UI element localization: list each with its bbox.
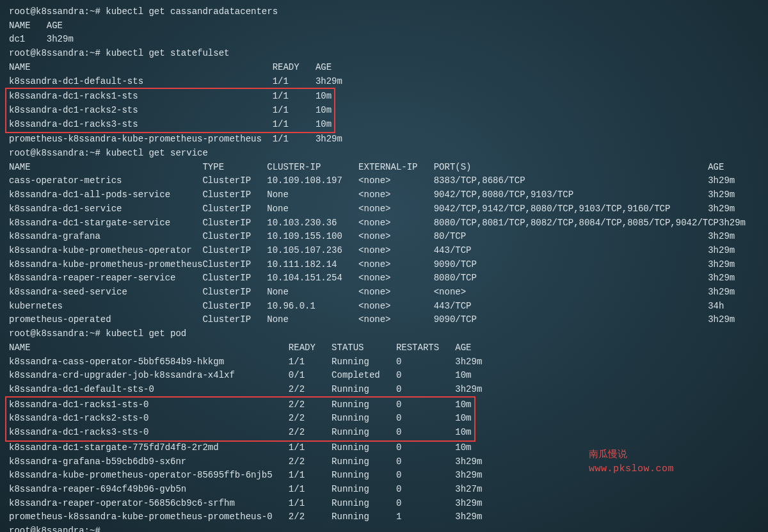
shell-command-statefulset: root@k8ssandra:~# kubectl get statefulse… (9, 47, 759, 61)
pod-row: k8ssandra-reaper-694cf49b96-gvb5n 1/1 Ru… (9, 483, 759, 497)
pod-row: k8ssandra-dc1-racks3-sts-0 2/2 Running 0… (9, 426, 472, 440)
watermark-url: www.pkslow.com (589, 462, 674, 476)
shell-prompt: root@k8ssandra:~# (9, 524, 759, 532)
pod-row: k8ssandra-dc1-default-sts-0 2/2 Running … (9, 383, 759, 397)
sts-row: prometheus-k8ssandra-kube-prometheus-pro… (9, 133, 759, 147)
pod-row: k8ssandra-dc1-stargate-775fd7d4f8-2r2md … (9, 441, 759, 455)
svc-row: k8ssandra-reaper-reaper-service ClusterI… (9, 271, 759, 286)
svc-row: k8ssandra-kube-prometheus-operator Clust… (9, 244, 759, 258)
svc-row: k8ssandra-grafana ClusterIP 10.109.155.1… (9, 230, 759, 244)
sts-header: NAME READY AGE (9, 61, 759, 75)
svc-row: k8ssandra-kube-prometheus-prometheusClus… (9, 258, 759, 272)
dc-header: NAME AGE (9, 19, 759, 33)
pod-row: k8ssandra-cass-operator-5bbf6584b9-hkkgm… (9, 355, 759, 369)
terminal[interactable]: root@k8ssandra:~# kubectl get cassandrad… (9, 5, 759, 532)
svc-row: k8ssandra-seed-service ClusterIP None <n… (9, 286, 759, 300)
sts-row: k8ssandra-dc1-default-sts 1/1 3h29m (9, 75, 759, 89)
svc-row: cass-operator-metrics ClusterIP 10.109.1… (9, 174, 759, 188)
pod-row: k8ssandra-reaper-operator-56856cb9c6-srf… (9, 497, 759, 511)
pod-row: prometheus-k8ssandra-kube-prometheus-pro… (9, 510, 759, 524)
svc-row: k8ssandra-dc1-all-pods-service ClusterIP… (9, 188, 759, 202)
svc-row: k8ssandra-dc1-service ClusterIP None <no… (9, 202, 759, 216)
pod-header: NAME READY STATUS RESTARTS AGE (9, 341, 759, 355)
pod-row: k8ssandra-crd-upgrader-job-k8ssandra-x4l… (9, 369, 759, 383)
svc-row: k8ssandra-dc1-stargate-service ClusterIP… (9, 216, 759, 230)
dc-row: dc1 3h29m (9, 33, 759, 47)
sts-row: k8ssandra-dc1-racks1-sts 1/1 10m (9, 90, 332, 104)
svc-row: prometheus-operated ClusterIP None <none… (9, 313, 759, 327)
shell-command-datacenters: root@k8ssandra:~# kubectl get cassandrad… (9, 5, 759, 19)
svc-row: kubernetes ClusterIP 10.96.0.1 <none> 44… (9, 300, 759, 314)
pod-highlight: k8ssandra-dc1-racks1-sts-0 2/2 Running 0… (5, 396, 476, 442)
shell-command-pod: root@k8ssandra:~# kubectl get pod (9, 327, 759, 341)
svc-header: NAME TYPE CLUSTER-IP EXTERNAL-IP PORT(S)… (9, 161, 759, 175)
pod-row: k8ssandra-dc1-racks2-sts-0 2/2 Running 0… (9, 412, 472, 426)
watermark-cn: 南瓜慢说 (589, 448, 627, 462)
sts-highlight: k8ssandra-dc1-racks1-sts 1/1 10mk8ssandr… (5, 88, 335, 133)
pod-row: k8ssandra-dc1-racks1-sts-0 2/2 Running 0… (9, 398, 472, 412)
shell-command-service: root@k8ssandra:~# kubectl get service (9, 147, 759, 161)
sts-row: k8ssandra-dc1-racks3-sts 1/1 10m (9, 118, 332, 132)
sts-row: k8ssandra-dc1-racks2-sts 1/1 10m (9, 104, 332, 118)
